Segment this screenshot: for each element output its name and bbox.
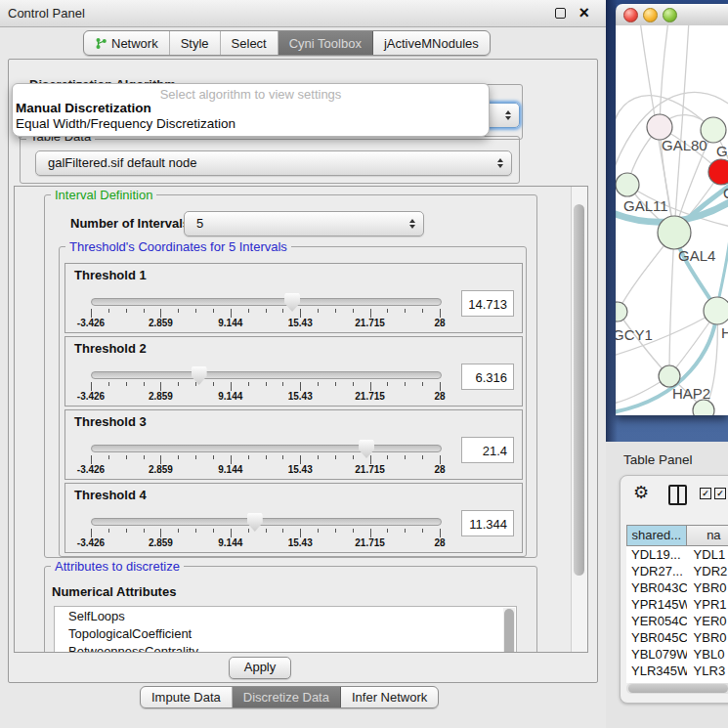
network-edge[interactable]	[719, 231, 728, 297]
scrollbar-thumb[interactable]	[574, 204, 584, 576]
network-window-titlebar[interactable]	[616, 4, 728, 26]
node-table-header: shared...na	[626, 525, 728, 546]
scrollbar-thumb[interactable]	[504, 609, 514, 653]
network-node[interactable]	[708, 159, 728, 185]
tab-network[interactable]: Network	[84, 31, 170, 55]
cyni-toolbox-content: Discretization Algorithm Table Data galF…	[8, 59, 598, 683]
slider-track[interactable]	[91, 298, 442, 306]
dropdown-option-equal-width[interactable]: Equal Width/Frequency Discretization	[16, 116, 236, 131]
table-cell[interactable]: YBL0	[687, 646, 728, 663]
attribute-item[interactable]: SelfLoops	[55, 607, 516, 624]
group-title: Interval Definition	[51, 188, 156, 202]
table-cell[interactable]: YPR145W	[626, 596, 687, 613]
table-cell[interactable]: YBL079W	[626, 646, 687, 663]
network-node[interactable]	[658, 216, 691, 249]
table-row[interactable]: YDR27...YDR2	[626, 563, 728, 579]
network-node-label: C	[723, 185, 728, 201]
table-cell[interactable]: YBR043C	[626, 579, 687, 596]
table-cell[interactable]: YLR345W	[626, 663, 687, 679]
network-edge[interactable]	[674, 25, 689, 233]
slider-tick	[422, 455, 423, 459]
table-header-cell[interactable]: na	[687, 525, 728, 546]
slider-tick	[231, 309, 232, 318]
threshold-value-field[interactable]: 11.344	[461, 510, 514, 536]
table-cell[interactable]: YER0	[687, 613, 728, 629]
slider-tick	[370, 309, 371, 318]
table-cell[interactable]: YBR0	[687, 579, 728, 596]
tab-style[interactable]: Style	[170, 31, 221, 55]
slider-tick	[300, 529, 301, 537]
threshold-value-field[interactable]: 6.316	[461, 364, 514, 390]
tab-impute-data[interactable]: Impute Data	[141, 687, 233, 707]
slider-track[interactable]	[91, 371, 442, 379]
float-window-icon[interactable]	[555, 8, 566, 19]
network-node[interactable]	[659, 365, 680, 387]
network-view-window[interactable]: GAL80GAGAL11CGAL4GCY1HHAP2	[616, 4, 728, 415]
table-cell[interactable]: YDL19...	[626, 546, 687, 563]
tab-select[interactable]: Select	[221, 31, 278, 55]
close-icon[interactable]: ×	[578, 2, 589, 23]
table-data-combobox[interactable]: galFiltered.sif default node	[35, 150, 512, 176]
network-node[interactable]	[616, 173, 639, 196]
table-cell[interactable]: YPR1	[687, 596, 728, 613]
minimize-traffic-light-icon[interactable]	[643, 8, 658, 22]
threshold-value-field[interactable]: 21.4	[461, 437, 514, 463]
table-row[interactable]: YPR145WYPR1	[626, 596, 728, 613]
close-traffic-light-icon[interactable]	[623, 8, 638, 22]
table-row[interactable]: YDL19...YDL1	[626, 546, 728, 563]
network-canvas[interactable]: GAL80GAGAL11CGAL4GCY1HHAP2	[616, 25, 728, 415]
list-scrollbar[interactable]	[503, 608, 515, 653]
table-row[interactable]: YBL079WYBL0	[626, 646, 728, 663]
table-cell[interactable]: YDR27...	[626, 563, 687, 579]
slider-tick	[266, 455, 267, 459]
table-row[interactable]: YBR045CYBR0	[626, 629, 728, 646]
tab-infer-network[interactable]: Infer Network	[341, 687, 438, 707]
stepper-arrows-icon	[497, 158, 503, 168]
table-cell[interactable]: YBR0	[687, 629, 728, 646]
slider-tick	[282, 529, 283, 533]
network-edge[interactable]	[618, 312, 669, 376]
columns-icon[interactable]	[668, 485, 687, 505]
slider-tick	[231, 382, 232, 391]
table-row[interactable]: YER054CYER0	[626, 613, 728, 629]
attribute-item[interactable]: BetweennessCentrality	[55, 642, 516, 653]
control-panel: Control Panel × Network Style Select	[0, 0, 606, 728]
table-cell[interactable]: YLR3	[687, 663, 728, 679]
slider-tick	[266, 309, 267, 313]
slider-tick	[144, 382, 145, 386]
threshold-value-field[interactable]: 14.713	[461, 290, 514, 317]
stepper-arrows-icon	[409, 219, 415, 229]
apply-button[interactable]: Apply	[229, 657, 291, 679]
slider-track[interactable]	[91, 445, 442, 452]
gear-icon[interactable]: ⚙	[633, 482, 649, 503]
slider-track[interactable]	[91, 518, 442, 526]
node-table-card: ⚙ ✓ ✓ shared...na YDL19...YDL1YDR27...YD…	[620, 475, 728, 704]
table-cell[interactable]: YBR045C	[626, 629, 687, 646]
slider-tick	[335, 382, 336, 386]
network-node[interactable]	[693, 400, 714, 415]
table-cell[interactable]: YDL1	[687, 546, 728, 563]
tab-discretize-data[interactable]: Discretize Data	[233, 687, 341, 707]
tab-jactivemnodules[interactable]: jActiveMNodules	[373, 31, 490, 55]
table-row[interactable]: YLR345WYLR3	[626, 663, 728, 679]
number-of-intervals-combobox[interactable]: 5	[184, 211, 424, 236]
network-edge[interactable]	[669, 233, 674, 376]
slider-tick	[195, 529, 196, 533]
checkbox-icon[interactable]: ✓	[714, 488, 726, 499]
numerical-attributes-list[interactable]: SelfLoopsTopologicalCoefficientBetweenne…	[54, 606, 517, 653]
table-horizontal-scrollbar[interactable]	[626, 683, 728, 694]
settings-scrollbar[interactable]	[571, 187, 587, 652]
checkbox-icon[interactable]: ✓	[700, 488, 711, 499]
tab-cyni-toolbox[interactable]: Cyni Toolbox	[278, 31, 373, 55]
attribute-item[interactable]: TopologicalCoefficient	[55, 624, 516, 642]
zoom-traffic-light-icon[interactable]	[663, 8, 677, 22]
network-node[interactable]	[704, 297, 728, 324]
slider-tick-label: 21.715	[355, 464, 385, 475]
table-cell[interactable]: YER054C	[626, 613, 687, 629]
table-row[interactable]: YBR043CYBR0	[626, 579, 728, 596]
dropdown-option-manual[interactable]: Manual Discretization	[16, 101, 151, 115]
scrollbar-thumb[interactable]	[628, 684, 728, 693]
network-edge[interactable]	[660, 25, 668, 127]
table-cell[interactable]: YDR2	[687, 563, 728, 579]
table-header-cell[interactable]: shared...	[626, 525, 687, 546]
